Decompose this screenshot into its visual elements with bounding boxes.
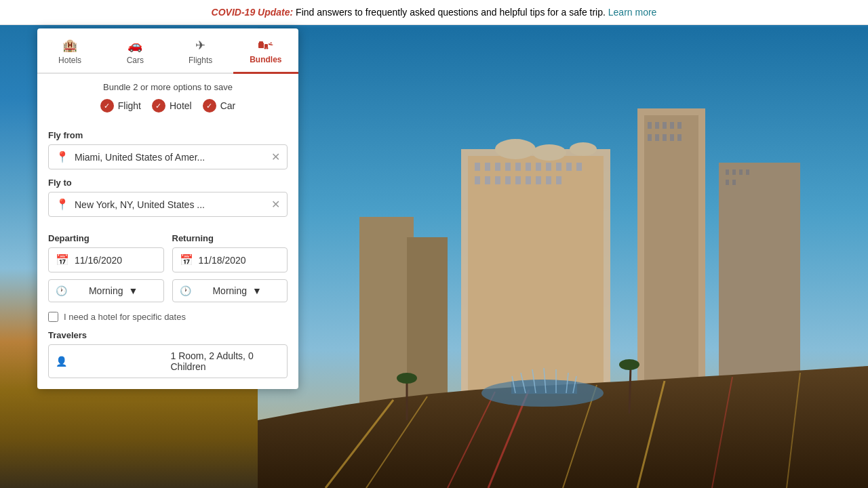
car-toggle[interactable]: ✓ Car: [203, 99, 236, 113]
clear-to-icon[interactable]: ✕: [271, 198, 280, 211]
chevron-down-depart: ▼: [129, 285, 157, 296]
flight-toggle-label: Flight: [118, 100, 141, 111]
car-check-icon: ✓: [203, 99, 216, 113]
covid-label: COVID-19 Update:: [212, 7, 294, 18]
travelers-section: Travelers 👤 1 Room, 2 Adults, 0 Children: [37, 330, 298, 378]
departing-field: Departing 📅: [48, 225, 164, 272]
car-toggle-label: Car: [220, 100, 236, 111]
flight-check-icon: ✓: [100, 99, 114, 113]
tab-hotels[interactable]: 🏨 Hotels: [37, 28, 102, 74]
svg-point-70: [264, 47, 266, 49]
departing-label: Departing: [48, 233, 164, 243]
bundle-note: Bundle 2 or more options to save: [37, 74, 298, 99]
hotel-check-icon: ✓: [152, 99, 165, 113]
covid-message: Find answers to frequently asked questio…: [296, 7, 606, 18]
travelers-label: Travelers: [48, 330, 288, 340]
travelers-field[interactable]: 👤 1 Room, 2 Adults, 0 Children: [48, 344, 288, 378]
hotel-dates-label[interactable]: I need a hotel for specific dates: [64, 312, 186, 322]
cal-icon-depart: 📅: [56, 253, 69, 266]
time-row: 🕐 Morning ▼ 🕐 Morning ▼: [48, 279, 288, 302]
cal-icon-return: 📅: [180, 253, 193, 266]
returning-field: Returning 📅: [172, 225, 288, 272]
departing-date[interactable]: [75, 255, 157, 266]
returning-date[interactable]: [199, 255, 281, 266]
option-toggles: ✓ Flight ✓ Hotel ✓ Car: [37, 99, 298, 122]
fly-to-input[interactable]: [75, 199, 266, 210]
search-panel: 🏨 Hotels 🚗 Cars ✈ Flights: [37, 28, 298, 389]
hotel-toggle-label: Hotel: [170, 100, 192, 111]
hotel-toggle[interactable]: ✓ Hotel: [152, 99, 192, 113]
flight-toggle[interactable]: ✓ Flight: [100, 99, 141, 113]
svg-rect-67: [258, 43, 264, 48]
clear-from-icon[interactable]: ✕: [271, 150, 280, 163]
tab-cars[interactable]: 🚗 Cars: [102, 28, 167, 74]
fly-to-field[interactable]: 📍 ✕: [48, 192, 288, 217]
clock-icon-depart: 🕐: [56, 285, 83, 296]
clock-icon-return: 🕐: [180, 285, 208, 296]
returning-label: Returning: [172, 233, 288, 243]
cars-icon: 🚗: [127, 38, 142, 53]
return-time-value: Morning: [212, 285, 247, 296]
covid-learn-more-link[interactable]: Learn more: [608, 7, 657, 18]
tab-flights-label: Flights: [189, 56, 212, 65]
travelers-value: 1 Room, 2 Adults, 0 Children: [171, 350, 281, 372]
tab-cars-label: Cars: [127, 56, 144, 65]
hotel-dates-checkbox-row: I need a hotel for specific dates: [37, 312, 298, 322]
date-row: Departing 📅 Returning 📅: [48, 225, 288, 272]
departing-date-input[interactable]: 📅: [48, 247, 164, 272]
person-icon: 👤: [56, 356, 165, 367]
tab-hotels-label: Hotels: [58, 56, 81, 65]
hotels-icon: 🏨: [62, 38, 77, 53]
bundles-icon: [258, 38, 273, 52]
depart-time-select[interactable]: 🕐 Morning ▼: [48, 279, 164, 302]
tab-bundles[interactable]: Bundles: [233, 28, 298, 74]
tab-bar: 🏨 Hotels 🚗 Cars ✈ Flights: [37, 28, 298, 74]
chevron-down-return: ▼: [252, 285, 280, 296]
fly-from-field[interactable]: 📍 ✕: [48, 144, 288, 169]
main-wrapper: COVID-19 Update: Find answers to frequen…: [0, 0, 868, 488]
svg-rect-69: [264, 44, 268, 47]
hotel-dates-checkbox[interactable]: [48, 312, 58, 322]
svg-rect-68: [259, 41, 263, 43]
return-time-select[interactable]: 🕐 Morning ▼: [172, 279, 288, 302]
depart-time-value: Morning: [89, 285, 123, 296]
pin-icon-from: 📍: [56, 150, 69, 163]
pin-icon-to: 📍: [56, 198, 69, 211]
tab-bundles-label: Bundles: [250, 55, 281, 64]
flights-icon: ✈: [195, 38, 205, 53]
svg-point-71: [266, 47, 268, 49]
fly-from-input[interactable]: [75, 152, 266, 163]
fly-from-label: Fly from: [48, 130, 288, 140]
fly-to-label: Fly to: [48, 178, 288, 188]
tab-flights[interactable]: ✈ Flights: [168, 28, 233, 74]
returning-date-input[interactable]: 📅: [172, 247, 288, 272]
covid-banner: COVID-19 Update: Find answers to frequen…: [0, 0, 868, 25]
form-section: Fly from 📍 ✕ Fly to 📍 ✕ Departing 📅: [37, 130, 298, 302]
